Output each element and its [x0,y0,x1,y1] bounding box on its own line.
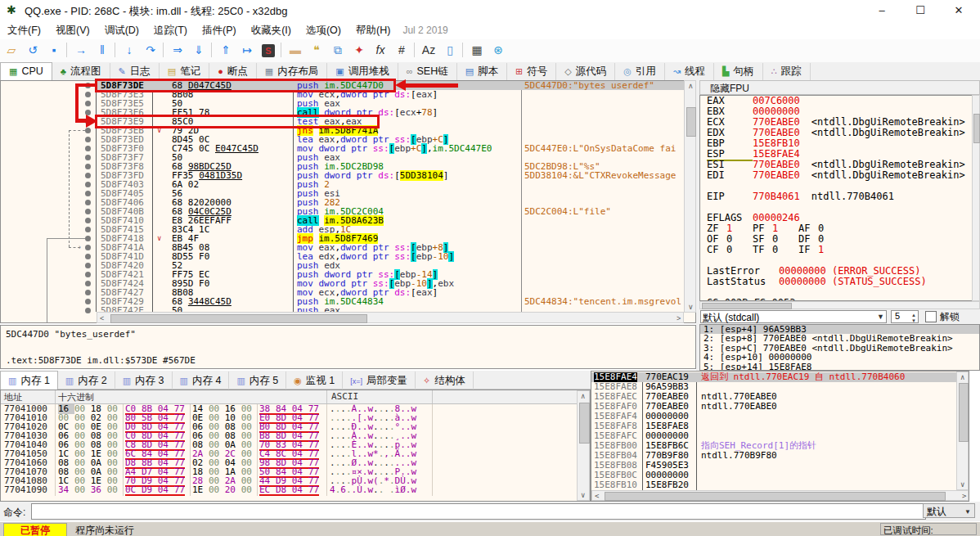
breakpoint-dot[interactable] [85,245,91,250]
disasm-row[interactable]: 5D8F73F0C745 0C E047C45Dmov dword ptr ss… [97,144,684,153]
argument-row[interactable]: 5: [esp+14] 15E8FAE8 [700,363,979,371]
run-icon[interactable]: → [71,41,91,59]
scroll-thumb[interactable] [959,383,969,442]
hex-byte[interactable]: 00 [241,484,252,495]
stack-row[interactable]: 15E8FB1015E8FB20 [591,480,968,490]
hash-icon[interactable]: # [392,41,411,59]
tab-线程[interactable]: ↝线程 [665,63,714,80]
tab-引用[interactable]: ◎引用 [615,63,665,80]
menu-收藏夹(I)[interactable]: 收藏夹(I) [244,21,299,40]
close-button[interactable]: ✕ [942,2,975,20]
breakpoint-dot[interactable] [85,119,91,124]
strings-icon[interactable]: Az [419,41,438,59]
disasm-vscrollbar[interactable]: ∧ ∨ [684,80,696,313]
register-row[interactable]: CF0TF0IF1 [700,245,979,255]
menu-文件(F)[interactable]: 文件(F) [0,21,48,40]
breakpoint-dot[interactable] [85,290,91,295]
functions-icon[interactable]: fx [371,41,390,59]
pause-icon[interactable]: ‖ [92,41,112,59]
tab-源代码[interactable]: ◇源代码 [556,63,615,80]
hex-byte[interactable]: 00 [209,484,225,495]
memory-dump-panel[interactable]: 地址 十六进制 ASCII 7704100016 00 18 00C0 8B 0… [0,390,591,502]
scroll-right-icon[interactable]: > [962,493,966,500]
disasm-row[interactable]: 5D8F742968 3448C45Dpush im.5DC448345DC44… [97,297,684,306]
hex-byte[interactable]: 04 [292,484,308,495]
register-row[interactable]: ZF1PF1AF0 [700,223,979,234]
scroll-down-icon[interactable]: ∨ [581,492,585,499]
s-badge-icon[interactable]: S [258,41,278,59]
run-trace-icon[interactable]: ⇒ [168,41,187,59]
step-over-icon[interactable]: ↷ [141,41,160,59]
argument-count-stepper[interactable]: 5 ▲ ▼ [891,310,919,323]
disasm-row[interactable]: 5D8F741D8D55 F0lea edx,dword ptr ss:[ebp… [97,252,684,261]
menu-帮助(H)[interactable]: 帮助(H) [348,21,398,40]
hex-byte[interactable]: 77 [308,484,319,495]
menu-追踪(T)[interactable]: 追踪(T) [146,21,195,40]
breakpoint-dot[interactable] [85,83,91,88]
hex-byte[interactable]: D9 [142,484,158,495]
breakpoint-dot[interactable] [85,137,91,142]
hex-byte[interactable]: D8 [276,484,292,495]
comments-icon[interactable]: ❝ [307,41,326,59]
menu-调试(D)[interactable]: 调试(D) [97,21,146,40]
register-row[interactable]: EDI770EABE0<ntdll.DbgUiRemoteBreakin> [700,170,979,181]
scroll-up-icon[interactable]: ∧ [688,83,694,90]
disasm-row[interactable]: 5D8F742E50push eax [97,306,684,312]
menu-选项(O)[interactable]: 选项(O) [299,21,348,40]
hex-byte[interactable]: 0C [125,484,142,495]
breakpoint-dot[interactable] [85,200,91,205]
bookmarks-icon[interactable]: ✦ [349,41,369,59]
scroll-left-icon[interactable]: < [595,493,599,500]
menu-插件(P)[interactable]: 插件(P) [195,21,244,40]
scroll-up-icon[interactable]: ∧ [960,374,964,381]
scroll-thumb[interactable] [579,403,590,444]
scroll-thumb[interactable] [686,107,696,137]
globe-icon[interactable]: ⊛ [488,41,508,59]
tab-内存 4[interactable]: ▥内存 4 [173,372,230,390]
scroll-down-icon[interactable]: ∨ [960,481,964,489]
run-to-user-icon[interactable]: ↦ [237,41,257,59]
scroll-down-icon[interactable]: ∨ [688,304,694,311]
breakpoint-dot[interactable] [85,155,91,160]
scroll-left-icon[interactable]: < [100,315,104,322]
tab-内存 3[interactable]: ▥内存 3 [115,372,173,390]
menu-视图(V)[interactable]: 视图(V) [48,21,97,40]
breakpoint-dot[interactable] [85,209,91,214]
spin-up-icon[interactable]: ▲ [911,313,916,318]
register-row[interactable]: EAX007C6000 [700,96,979,106]
patch-icon[interactable]: ▬ [285,41,305,59]
registers-hscrollbar[interactable] [699,301,980,309]
stack-panel[interactable]: 15E8FAE4770EAC19返回到 ntdll.770EAC19 自 ntd… [591,371,969,502]
tab-内存布局[interactable]: ▦内存布局 [257,63,327,80]
hex-byte[interactable]: 00 [74,484,91,495]
open-folder-icon[interactable]: ▱ [2,41,21,59]
register-row[interactable]: EFLAGS00000246 [700,213,979,223]
tab-脚本[interactable]: ▤脚本 [457,63,507,80]
tab-内存 2[interactable]: ▥内存 2 [58,372,115,390]
disasm-row[interactable]: 5D8F73E38B08mov ecx,dword ptr ds:[eax] [97,90,684,99]
breakpoint-dot[interactable] [85,263,91,268]
breakpoint-dot[interactable] [85,182,91,187]
breakpoint-dot[interactable] [85,101,91,106]
modules-icon[interactable]: ▯ [440,41,460,59]
breakpoint-dot[interactable] [85,146,91,151]
stack-vscrollbar[interactable]: ∧ ∨ [956,372,969,490]
minimize-button[interactable]: – [865,2,898,20]
memory-row[interactable]: 7704109034 00 36 000C D9 04 771E 00 20 0… [1,485,575,494]
breakpoint-dot[interactable] [85,110,91,115]
tab-SEH链[interactable]: ∞SEH链 [398,63,457,80]
command-input[interactable] [31,503,926,520]
calling-convention-select[interactable]: 默认 (stdcall) ▼ [700,310,887,323]
scroll-thumb[interactable] [973,114,980,143]
tab-断点[interactable]: ●断点 [209,63,257,80]
step-into-icon[interactable]: ↓ [119,41,139,59]
breakpoint-dot[interactable] [85,281,91,286]
hex-byte[interactable]: 20 [225,484,241,495]
maximize-button[interactable]: ☐ [904,2,937,20]
tab-符号[interactable]: ⊞符号 [507,63,556,80]
breakpoint-dot[interactable] [85,236,91,241]
scroll-right-icon[interactable]: > [677,315,681,322]
tab-结构体[interactable]: ✧结构体 [416,372,474,390]
scroll-thumb[interactable] [605,492,946,501]
breakpoint-dot[interactable] [85,218,91,223]
